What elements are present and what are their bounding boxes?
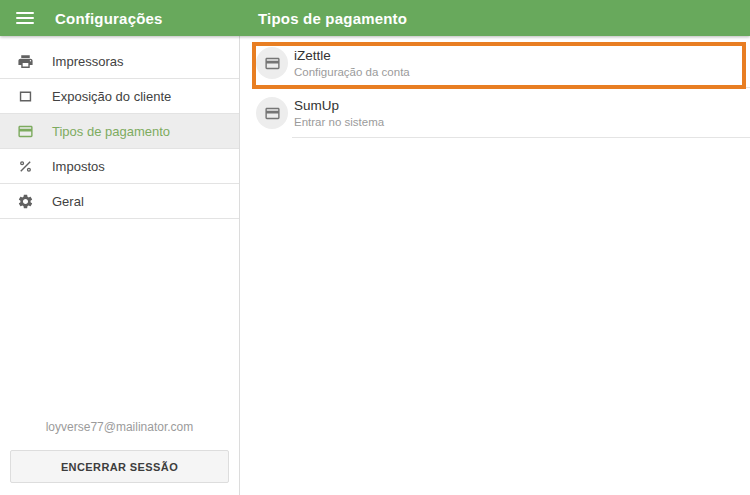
- payment-types-list: iZettle Configuração da conta SumUp Entr…: [240, 36, 750, 495]
- sidebar-item-taxes[interactable]: Impostos: [0, 149, 239, 184]
- app-bar-left: Configurações: [0, 0, 240, 36]
- avatar: [256, 97, 288, 129]
- sidebar-spacer: [0, 219, 239, 420]
- payment-card-icon: [16, 122, 34, 140]
- avatar: [256, 47, 288, 79]
- sidebar-item-label: Tipos de pagamento: [52, 124, 170, 139]
- list-item-izettle[interactable]: iZettle Configuração da conta: [240, 38, 750, 88]
- app-bar: Configurações Tipos de pagamento: [0, 0, 750, 36]
- gear-icon: [16, 192, 34, 210]
- account-email: loyverse77@mailinator.com: [0, 420, 239, 434]
- percent-icon: [16, 157, 34, 175]
- list-item-text: iZettle Configuração da conta: [294, 48, 410, 78]
- app-bar-right: Tipos de pagamento: [240, 0, 750, 36]
- payment-card-icon: [264, 55, 281, 72]
- settings-sidebar: Impressoras Exposição do cliente Tipos d…: [0, 36, 240, 495]
- list-item-text: SumUp Entrar no sistema: [294, 98, 384, 128]
- section-title: Tipos de pagamento: [258, 10, 407, 27]
- logout-button[interactable]: ENCERRAR SESSÃO: [10, 450, 229, 483]
- sidebar-item-label: Geral: [52, 194, 84, 209]
- sidebar-item-label: Impressoras: [52, 54, 124, 69]
- list-item-title: SumUp: [294, 98, 384, 113]
- body: Impressoras Exposição do cliente Tipos d…: [0, 36, 750, 495]
- sidebar-item-label: Exposição do cliente: [52, 89, 171, 104]
- page-title: Configurações: [55, 10, 163, 27]
- list-item-sumup[interactable]: SumUp Entrar no sistema: [240, 88, 750, 138]
- sidebar-item-customer-display[interactable]: Exposição do cliente: [0, 79, 239, 114]
- sidebar-item-general[interactable]: Geral: [0, 184, 239, 219]
- sidebar-item-label: Impostos: [52, 159, 105, 174]
- divider: [292, 137, 750, 138]
- sidebar-item-payment-types[interactable]: Tipos de pagamento: [0, 114, 239, 149]
- sidebar-item-printers[interactable]: Impressoras: [0, 44, 239, 79]
- list-item-subtitle: Configuração da conta: [294, 66, 410, 78]
- printer-icon: [16, 52, 34, 70]
- customer-display-icon: [16, 87, 34, 105]
- list-item-subtitle: Entrar no sistema: [294, 116, 384, 128]
- payment-card-icon: [264, 105, 281, 122]
- list-item-title: iZettle: [294, 48, 410, 63]
- settings-screen: Configurações Tipos de pagamento Impress…: [0, 0, 750, 495]
- hamburger-menu-icon[interactable]: [16, 12, 34, 25]
